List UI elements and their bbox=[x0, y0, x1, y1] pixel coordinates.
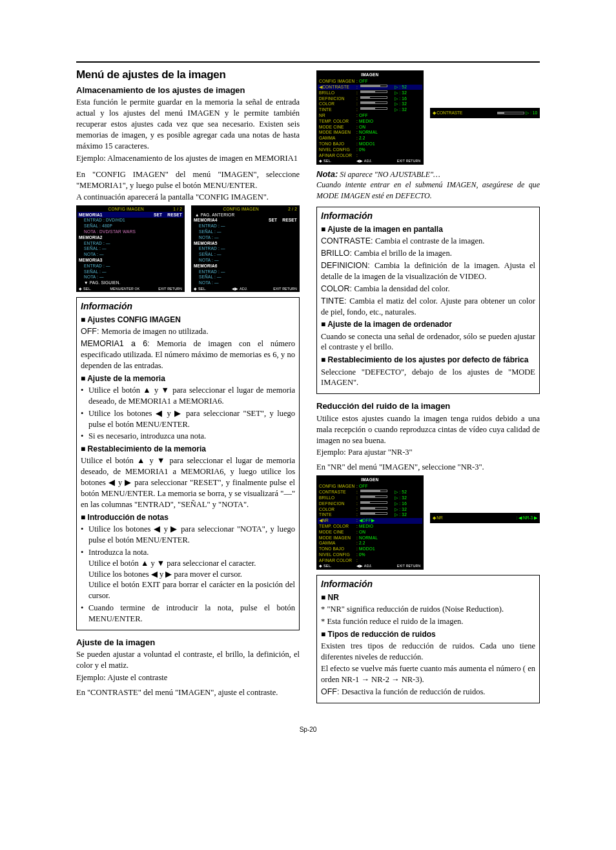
info-box-2: Información ■ Ajuste de la imagen en pan… bbox=[316, 207, 540, 394]
info-box-3: Información ■ NR * "NR" significa reducc… bbox=[316, 575, 540, 703]
osd-config-imagen-1: CONFIG IMAGEN1 / 2 MEMORIA1SET RESET ENT… bbox=[76, 205, 185, 292]
info-subhead: ■ Ajuste de la memoria bbox=[81, 373, 295, 384]
body-text: Utilice el botón ▲ y ▼ para seleccionar … bbox=[81, 455, 295, 510]
body-text: OFF: Memoria de imagen no utilizada. bbox=[81, 326, 295, 337]
list-item: Introduzca la nota. Utilice el botón ▲ y… bbox=[88, 547, 295, 601]
osd-side-contraste: ◆ CONTRASTE ▷ : 10 bbox=[430, 108, 540, 118]
body-text: Esta función le permite guardar en la me… bbox=[76, 97, 300, 151]
list-item: Utilice los botones ◀ y ▶ para seleccion… bbox=[88, 408, 295, 430]
body-text: DEFINICION: Cambia la definición de la i… bbox=[321, 260, 535, 282]
body-text: COLOR: Cambia la densidad del color. bbox=[321, 284, 535, 295]
osd-imagen-nr: IMAGENCONFIG IMAGEN:OFFCONTRASTE:▷ : 52B… bbox=[316, 475, 424, 570]
info-subhead: ■ Ajuste de la imagen de ordenador bbox=[321, 319, 535, 329]
body-text: En "CONFIG IMAGEN" del menú "IMAGEN", se… bbox=[76, 169, 300, 191]
info-title: Información bbox=[81, 300, 295, 313]
osd-imagen-contraste: IMAGENCONFIG IMAGEN:OFF◀CONTRASTE:▷ : 52… bbox=[316, 70, 424, 165]
body-text: * "NR" significa reducción de ruidos (No… bbox=[321, 604, 535, 615]
info-subhead: ■ Restablecimiento de la memoria bbox=[81, 444, 295, 454]
osd-config-imagen-2: CONFIG IMAGEN2 / 2 ▲ PAG. ANTERIOR MEMOR… bbox=[191, 205, 300, 292]
note-line: Nota: Si aparece "NO AJUSTABLE"… Cuando … bbox=[316, 169, 540, 202]
section-heading: Reducción del ruido de la imagen bbox=[316, 400, 540, 412]
list-item: Si es necesario, introduzca una nota. bbox=[88, 431, 295, 442]
body-text: BRILLO: Cambia el brillo de la imagen. bbox=[321, 248, 535, 259]
list-item: Utilice los botones ◀ y ▶ para seleccion… bbox=[88, 524, 295, 546]
body-text: Ejemplo: Para ajustar "NR-3" bbox=[316, 447, 540, 458]
info-title: Información bbox=[321, 210, 535, 222]
body-text: En "NR" del menú "IMAGEN", seleccione "N… bbox=[316, 462, 540, 473]
body-text: OFF: Desactiva la función de reducción d… bbox=[321, 687, 535, 698]
body-text: MEMORIA1 a 6: Memoria de imagen con el n… bbox=[81, 338, 295, 371]
page-number: Sp-20 bbox=[76, 725, 540, 734]
body-text: Se pueden ajustar a voluntad el contrast… bbox=[76, 649, 300, 671]
section-heading: Ajuste de la imagen bbox=[76, 637, 300, 648]
body-text: Seleccione "DEFECTO", debajo de los ajus… bbox=[321, 367, 535, 389]
body-text: A continuación aparecerá la pantalla "CO… bbox=[76, 192, 300, 203]
info-subhead: ■ Introducción de notas bbox=[81, 512, 295, 523]
body-text: Ejemplo: Ajuste el contraste bbox=[76, 672, 300, 683]
osd-side-nr: ◆ NR : ◀ NR-3 ▶ bbox=[430, 513, 540, 523]
body-text: Utilice estos ajustes cuando la imagen t… bbox=[316, 413, 540, 446]
list-item: Cuando termine de introducir la nota, pu… bbox=[88, 603, 295, 625]
body-text: * Esta función reduce el ruido de la ima… bbox=[321, 616, 535, 627]
body-text: El efecto se vuelve más fuerte cuanto má… bbox=[321, 663, 535, 685]
body-text: Ejemplo: Almacenamiento de los ajustes d… bbox=[76, 153, 300, 164]
body-text: TINTE: Cambia el matiz del color. Ajuste… bbox=[321, 296, 535, 318]
info-subhead: ■ Tipos de reducción de ruidos bbox=[321, 629, 535, 639]
body-text: Existen tres tipos de reducción de ruido… bbox=[321, 641, 535, 663]
body-text: En "CONTRASTE" del menú "IMAGEN", ajuste… bbox=[76, 687, 300, 698]
info-box-1: Información ■ Ajustes CONFIG IMAGEN OFF:… bbox=[76, 297, 300, 630]
list-item: Utilice el botón ▲ y ▼ para seleccionar … bbox=[88, 385, 295, 407]
body-text: Cuando se conecta una señal de ordenador… bbox=[321, 331, 535, 353]
section-heading: Almacenamiento de los ajustes de imagen bbox=[76, 85, 300, 96]
page-title: Menú de ajustes de la imagen bbox=[76, 68, 300, 83]
body-text: CONTRASTE: Cambia el contraste de la ima… bbox=[321, 236, 535, 247]
info-subhead: ■ Restablecimiento de los ajustes por de… bbox=[321, 355, 535, 365]
info-subhead: ■ Ajustes CONFIG IMAGEN bbox=[81, 315, 295, 325]
info-title: Información bbox=[321, 578, 535, 590]
info-subhead: ■ Ajuste de la imagen en pantalla bbox=[321, 224, 535, 234]
info-subhead: ■ NR bbox=[321, 592, 535, 603]
